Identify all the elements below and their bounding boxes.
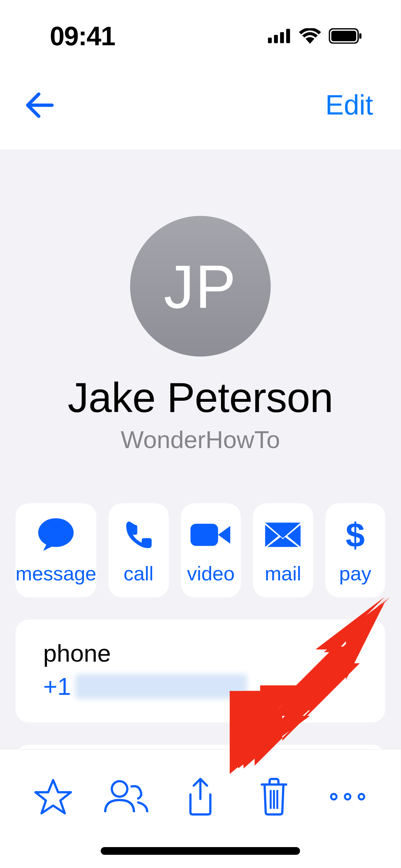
call-button[interactable]: call [109,503,169,598]
pay-button[interactable]: $ pay [325,503,385,598]
contacts-button[interactable] [99,769,155,824]
action-label: pay [339,562,372,585]
action-label: video [187,562,234,585]
svg-rect-2 [280,32,284,43]
svg-rect-5 [331,31,356,41]
phone-value: +1 [43,673,357,700]
message-icon [37,516,75,554]
svg-rect-6 [359,33,361,39]
share-button[interactable] [173,769,228,824]
svg-point-13 [331,794,336,799]
avatar-initials: JP [164,251,237,321]
trash-icon [259,777,288,815]
mail-icon [264,516,302,554]
more-icon [328,792,367,801]
share-icon [185,776,216,816]
dollar-icon: $ [346,516,365,554]
action-label: mail [265,562,301,585]
phone-prefix: +1 [43,673,71,700]
svg-rect-8 [190,524,218,546]
phone-icon [123,516,154,554]
back-arrow-icon [23,92,54,119]
contacts-silhouette-icon [103,779,151,814]
mail-button[interactable]: mail [253,503,313,598]
nav-bar: Edit [0,72,401,149]
svg-point-7 [38,518,73,547]
favorite-button[interactable] [26,769,81,824]
status-time: 09:41 [50,21,115,51]
status-icons [268,28,362,44]
home-indicator [101,847,300,855]
message-button[interactable]: message [15,503,96,598]
contact-company: WonderHowTo [121,426,280,454]
video-button[interactable]: video [181,503,241,598]
delete-button[interactable] [246,769,302,824]
status-bar: 09:41 [0,0,401,72]
more-button[interactable] [320,769,375,824]
avatar[interactable]: JP [130,216,271,357]
svg-point-9 [112,781,127,796]
svg-rect-0 [268,38,272,43]
edit-button[interactable]: Edit [320,89,378,121]
action-buttons: message call video [0,503,401,598]
phone-row[interactable]: phone +1 [43,619,357,722]
back-button[interactable] [22,88,56,122]
star-icon [34,777,73,815]
contact-header: JP Jake Peterson WonderHowTo [0,149,401,475]
action-label: message [15,562,96,585]
action-label: call [124,562,154,585]
wifi-icon [299,28,321,44]
contact-name: Jake Peterson [68,373,333,422]
battery-icon [329,28,362,44]
video-icon [190,516,231,554]
svg-rect-3 [286,29,290,43]
redacted-phone [75,674,247,699]
cellular-icon [268,29,291,43]
field-label: phone [43,639,357,667]
svg-point-14 [344,794,350,799]
phone-card: phone +1 [15,619,385,722]
svg-rect-1 [274,35,278,43]
svg-point-15 [359,794,364,799]
